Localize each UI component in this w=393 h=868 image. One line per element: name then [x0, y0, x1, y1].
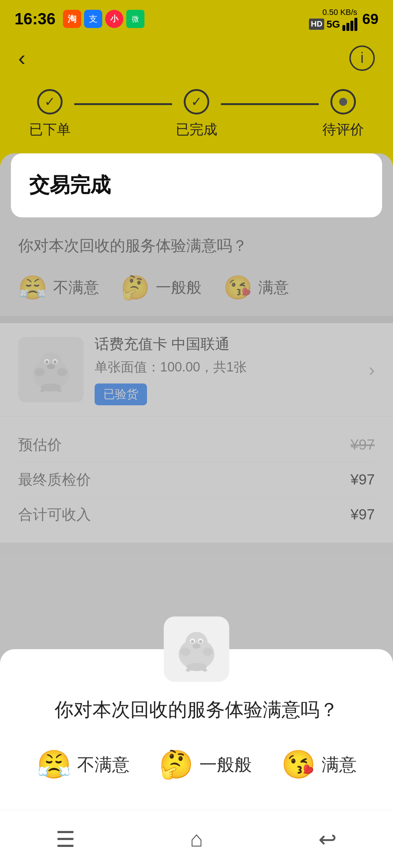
- home-icon: ⌂: [190, 827, 203, 852]
- header: ‹ i: [0, 35, 393, 82]
- svg-point-6: [47, 364, 55, 369]
- bottom-satisfaction-options: 😤 不满意 🤔 一般般 😘 满意: [22, 748, 371, 781]
- bottom-neutral-option[interactable]: 🤔 一般般: [159, 748, 252, 781]
- app-notification-icons: 淘 支 小 微: [63, 10, 144, 28]
- bottom-satisfied-option[interactable]: 😘 满意: [281, 748, 357, 781]
- bottom-dissatisfied-label: 不满意: [77, 753, 130, 776]
- transaction-title: 交易完成: [29, 172, 364, 199]
- step-pending-review: 待评价: [322, 89, 364, 139]
- svg-point-5: [53, 361, 56, 363]
- step-ordered: ✓ 已下单: [29, 89, 71, 139]
- signal-icon: [342, 18, 357, 31]
- step-completed: ✓ 已完成: [176, 89, 217, 139]
- product-mascot-icon: [25, 344, 76, 395]
- bottom-satisfied-emoji: 😘: [281, 748, 316, 781]
- right-status-area: 0.50 KB/s HD 5G 69: [309, 7, 378, 31]
- svg-point-14: [191, 640, 194, 643]
- step-pending-label: 待评价: [322, 120, 364, 139]
- step-pending-circle: [330, 89, 356, 114]
- transaction-card: 交易完成: [11, 153, 382, 217]
- progress-section: ✓ 已下单 ✓ 已完成 待评价: [0, 82, 393, 153]
- bottom-neutral-emoji: 🤔: [159, 748, 194, 781]
- mascot-icon: [171, 624, 222, 675]
- step-completed-label: 已完成: [176, 120, 217, 139]
- nav-bar: ☰ ⌂ ↩: [0, 810, 393, 868]
- step-completed-circle: ✓: [184, 89, 209, 114]
- check-icon-2: ✓: [191, 94, 202, 109]
- nav-back-button[interactable]: ↩: [298, 821, 357, 857]
- bottom-dissatisfied-option[interactable]: 😤 不满意: [37, 748, 130, 781]
- status-bar: 16:36 淘 支 小 微 0.50 KB/s HD 5G 69: [0, 0, 393, 35]
- product-image: [18, 337, 84, 402]
- status-time: 16:36: [15, 10, 56, 28]
- bottom-satisfied-label: 满意: [322, 753, 357, 776]
- svg-point-16: [192, 644, 201, 649]
- battery-level: 69: [362, 11, 379, 27]
- xiaohongshu-icon: 小: [105, 10, 123, 28]
- bottom-sheet-mascot-area: [22, 616, 371, 682]
- bottom-sheet-question: 你对本次回收的服务体验满意吗？: [22, 696, 371, 723]
- network-type: HD 5G: [309, 18, 357, 31]
- mascot-box: [164, 616, 229, 682]
- taobao-icon: 淘: [63, 10, 81, 28]
- step-ordered-label: 已下单: [29, 120, 71, 139]
- wechat-icon: 微: [126, 10, 144, 28]
- nav-menu-button[interactable]: ☰: [36, 821, 95, 857]
- bottom-dissatisfied-emoji: 😤: [37, 748, 71, 781]
- svg-point-15: [199, 640, 202, 643]
- info-button[interactable]: i: [349, 45, 375, 71]
- bottom-neutral-label: 一般般: [199, 753, 252, 776]
- back-nav-icon: ↩: [318, 827, 337, 852]
- nav-home-button[interactable]: ⌂: [167, 821, 226, 857]
- alipay-icon: 支: [84, 10, 102, 28]
- step-ordered-circle: ✓: [37, 89, 63, 114]
- network-info: 0.50 KB/s HD 5G: [309, 7, 357, 31]
- info-icon: i: [361, 50, 364, 66]
- svg-point-18: [203, 648, 213, 656]
- check-icon: ✓: [44, 94, 55, 109]
- step-line-2: [221, 103, 319, 105]
- svg-point-4: [45, 361, 48, 363]
- network-speed: 0.50 KB/s: [322, 7, 357, 18]
- step-dot: [339, 98, 347, 106]
- svg-point-17: [180, 648, 190, 656]
- svg-point-8: [57, 368, 67, 376]
- back-button[interactable]: ‹: [18, 45, 25, 71]
- menu-icon: ☰: [56, 827, 75, 852]
- svg-point-7: [35, 368, 45, 376]
- step-line-1: [74, 103, 172, 105]
